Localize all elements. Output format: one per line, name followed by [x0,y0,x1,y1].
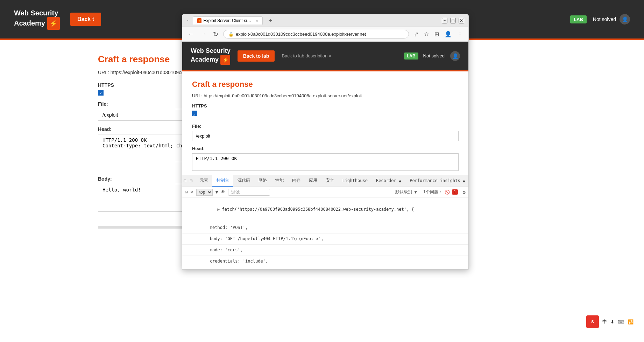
split-view-icon[interactable]: ⊞ [433,30,440,38]
dt-gear-icon[interactable]: ⚙ [463,189,466,195]
inner-page-title: Craft a response [192,80,459,89]
inner-back-to-lab-button[interactable]: Back to lab [238,50,275,62]
inner-url-label: URL: https://exploit-0a0c001d030109cdc3c… [192,93,459,98]
devtools-tab-perf-insights[interactable]: Performance insights ▲ [405,175,468,187]
bg-lab-badge: LAB [570,15,587,23]
bg-back-button[interactable]: Back t [70,13,101,26]
inner-head-label: Head: [192,146,459,151]
address-text: exploit-0a0c001d030109cdc3ccbeed0194008a… [236,32,366,37]
bg-logo-icon: ⚡ [47,17,60,30]
bg-not-solved-label: Not solved [593,16,616,22]
ime-icon-2[interactable]: 中 [602,319,607,325]
secure-icon: 🔒 [228,32,234,37]
inner-not-solved: Not solved [423,53,445,58]
devtools-toolbar: ⊡ ⊘ top ▼ 👁 默认级别 ▼ 1个问题： 🚫 1 ⚙ [182,187,468,197]
inner-lab-description-link[interactable]: Back to lab description » [282,53,331,58]
bg-logo-line1: Web Security [14,9,60,17]
minimize-button[interactable]: － [442,18,447,23]
console-line-3: body: 'GET /hopefully404 HTTP/1.1\r\nFoo… [182,233,468,245]
ime-icon-1[interactable]: S [586,315,599,328]
inner-logo-line1: Web Security [191,47,231,55]
dt-issues-label: 1个问题： [423,189,443,195]
console-line-6: }).catch(() => { [182,267,468,269]
console-line-2: method: 'POST', [182,222,468,233]
inner-header: Web Security Academy ⚡ Back to lab Back … [182,42,468,70]
refresh-button[interactable]: ↻ [212,30,220,38]
new-tab-button[interactable]: + [266,18,275,24]
inner-head-textarea[interactable]: HTTP/1.1 200 OK [192,153,459,171]
dt-filter-input[interactable] [228,189,270,196]
browser-titlebar: ⬝ ⚡ Exploit Server: Client-side des... ×… [182,14,468,27]
bg-logo-line2: Academy [14,19,45,27]
tab-favicon: ⚡ [197,18,201,23]
devtools-tab-performance[interactable]: 性能 [271,175,288,187]
browser-addressbar: ← → ↻ 🔒 exploit-0a0c001d030109cdc3ccbeed… [182,27,468,42]
devtools-panel: ⊡ ⊞ 元素 控制台 源代码 网络 性能 内存 应用 安全 Lighthouse… [182,175,468,269]
inner-page-content: Craft a response URL: https://exploit-0a… [182,71,468,175]
bg-https-checkbox[interactable]: ✓ [98,90,104,96]
console-line-1: ▶fetch('https://0a9700f903ad0995c358bf44… [182,197,468,222]
dt-issues-error-icon: 🚫 [445,190,450,195]
share-icon[interactable]: ⤤ [412,30,420,38]
devtools-tab-recorder[interactable]: Recorder ▲ [372,175,405,187]
system-tray-icons: S 中 ⬇ ⌨ 🔁 [586,315,634,328]
inner-logo: Web Security Academy ⚡ [191,47,231,65]
browser-tab-active[interactable]: ⚡ Exploit Server: Client-side des... × [193,16,263,25]
bg-logo: Web Security Academy ⚡ [14,9,60,30]
devtools-tab-lighthouse[interactable]: Lighthouse [338,175,372,187]
inner-logo-icon: ⚡ [220,55,230,65]
devtools-tab-sources[interactable]: 源代码 [233,175,254,187]
dt-issues-count: 1 [452,189,458,195]
dt-error-count-section: 默认级别 ▼ 1个问题： 🚫 1 ⚙ [395,189,466,195]
console-line-5: credentials: 'include', [182,256,468,267]
devtools-console[interactable]: ▶fetch('https://0a9700f903ad0995c358bf44… [182,197,468,269]
devtools-device-icon[interactable]: ⊞ [189,178,194,183]
inner-lab-badge: LAB [404,53,418,60]
inner-https-checkbox[interactable]: ✓ [192,111,197,116]
forward-nav-button[interactable]: → [199,30,208,38]
devtools-tab-console[interactable]: 控制台 [212,175,233,187]
more-options-icon[interactable]: ⋮ [456,30,464,38]
dt-ban-icon[interactable]: ⊡ [185,189,188,195]
ime-icon-3[interactable]: ⬇ [610,319,614,324]
tab-favicon-icon: ⚡ [198,19,201,22]
address-bar[interactable]: 🔒 exploit-0a0c001d030109cdc3ccbeed019400… [223,30,409,39]
dt-level-label: 默认级别 [395,189,412,195]
inner-logo-line2: Academy [191,56,219,64]
bookmark-icon[interactable]: ☆ [423,30,430,38]
tab-label: Exploit Server: Client-side des... [204,18,253,23]
browser-window: ⬝ ⚡ Exploit Server: Client-side des... ×… [182,14,469,270]
maximize-button[interactable]: □ [450,18,456,23]
back-nav-button[interactable]: ← [186,30,196,38]
browser-toolbar-right: ⤤ ☆ ⊞ 👤 ⋮ [412,30,464,38]
console-line-4: mode: 'cors', [182,245,468,256]
devtools-tab-memory[interactable]: 内存 [288,175,305,187]
ime-icon-5[interactable]: 🔁 [628,319,634,324]
devtools-tab-network[interactable]: 网络 [254,175,271,187]
inner-head-line1: HTTP/1.1 200 OK [196,156,455,161]
dt-preserve-icon[interactable]: ⊘ [191,189,193,195]
inner-file-label: File: [192,124,459,129]
ime-icon-4[interactable]: ⌨ [618,319,624,324]
inner-person-icon: 👤 [450,51,460,61]
dt-level-arrow: ▼ [414,190,417,195]
inner-https-label: HTTPS [192,103,459,109]
bg-user-icon: 👤 [620,14,630,25]
devtools-panel-icons: ⊡ ⊞ [182,175,194,187]
devtools-tab-security[interactable]: 安全 [321,175,338,187]
close-button[interactable]: ✕ [459,18,464,23]
dt-eye-icon[interactable]: 👁 [221,189,225,195]
inner-file-input[interactable] [192,131,459,141]
dt-context-select[interactable]: top [196,189,213,196]
browser-window-controls: ⬝ [186,18,189,23]
browser-stack-icon: ⬝ [186,18,189,23]
expand-arrow-1: ▶ [217,207,220,212]
profile-icon[interactable]: 👤 [443,30,453,38]
devtools-tab-elements[interactable]: 元素 [196,175,212,187]
dt-arrow-icon[interactable]: ▼ [215,189,218,195]
browser-content: Web Security Academy ⚡ Back to lab Back … [182,42,468,269]
devtools-tab-application[interactable]: 应用 [305,175,321,187]
devtools-tabs: ⊡ ⊞ 元素 控制台 源代码 网络 性能 内存 应用 安全 Lighthouse… [182,175,468,187]
devtools-inspect-icon[interactable]: ⊡ [182,178,188,183]
tab-close-button[interactable]: × [256,19,258,23]
